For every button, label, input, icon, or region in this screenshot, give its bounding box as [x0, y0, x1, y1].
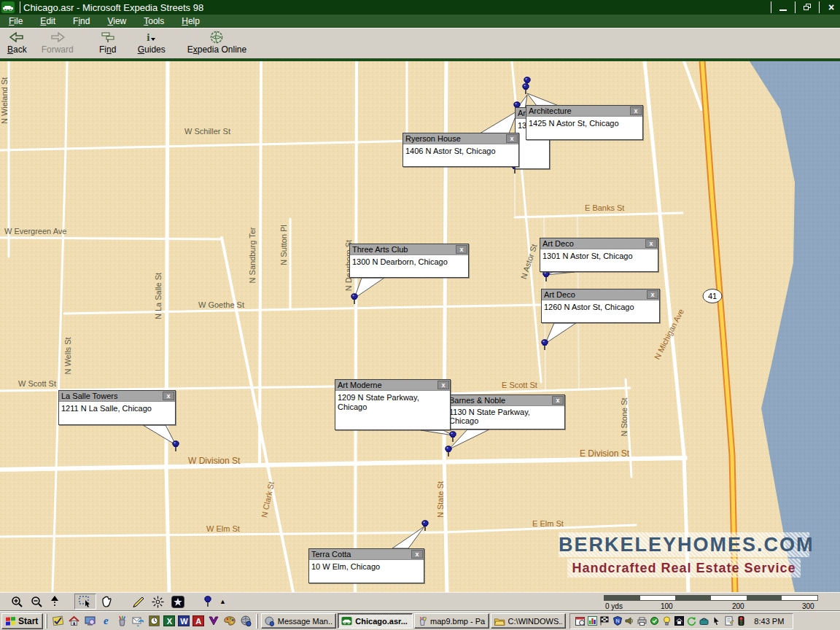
- callout-title: Ryerson House: [405, 134, 506, 143]
- callout-close-icon[interactable]: x: [456, 245, 467, 254]
- taskbar-button-paint[interactable]: map9.bmp - Pa...: [414, 613, 489, 629]
- altitude-icon[interactable]: [47, 594, 63, 610]
- acrobat-icon[interactable]: A: [192, 615, 204, 626]
- mail-icon[interactable]: [131, 615, 144, 628]
- restore-button[interactable]: [798, 1, 816, 13]
- lightbulb-icon[interactable]: [661, 615, 672, 626]
- callout-title: Art Deco: [544, 290, 647, 299]
- menu-edit[interactable]: Edit: [31, 15, 64, 27]
- forward-button[interactable]: Forward: [34, 28, 81, 55]
- taskbar-clock[interactable]: 8:43 PM: [748, 617, 788, 626]
- callout-close-icon[interactable]: x: [630, 106, 642, 115]
- guides-button[interactable]: i Guides: [131, 28, 173, 55]
- back-arrow-icon: [9, 31, 24, 44]
- svg-text:41: 41: [708, 292, 717, 300]
- menu-find[interactable]: Find: [64, 15, 98, 27]
- street-label: N Wieland St: [0, 77, 9, 124]
- traffic-light-icon[interactable]: [736, 615, 747, 626]
- callout-close-icon[interactable]: x: [647, 290, 658, 299]
- taskbar-button-explorer-window[interactable]: C:\WINDOWS...: [491, 613, 566, 629]
- find-button[interactable]: Find: [91, 28, 125, 55]
- paint-icon: [418, 616, 427, 626]
- callout-title: La Salle Towers: [61, 392, 163, 400]
- zoom-out-icon[interactable]: [27, 594, 47, 610]
- map-callout[interactable]: Art Decox 1260 N Astor St, Chicago: [541, 289, 660, 323]
- scale-label: 300: [802, 602, 814, 610]
- select-tool-icon[interactable]: [74, 594, 96, 610]
- map-callout[interactable]: Ryerson Housex 1406 N Astor St, Chicago: [402, 133, 519, 167]
- street-label: E Elm St: [532, 519, 564, 528]
- map-callout[interactable]: Architecturex 1425 N Astor St, Chicago: [526, 105, 643, 140]
- map-view[interactable]: 41 N Wieland St W Schiller St W Evergree…: [0, 61, 840, 592]
- home-icon[interactable]: [67, 615, 80, 628]
- app-car-icon: [1, 1, 15, 13]
- excel-icon[interactable]: X: [163, 615, 175, 626]
- printer-icon[interactable]: [637, 615, 648, 626]
- pushpin-dropdown-icon[interactable]: ▲: [216, 594, 230, 610]
- back-button[interactable]: Back: [0, 28, 34, 55]
- pushpin-tool-icon[interactable]: [200, 594, 216, 610]
- highlight-icon[interactable]: [148, 594, 168, 610]
- watermark-subtitle: Handcrafted Real Estate Service: [567, 559, 801, 578]
- close-button[interactable]: ×: [822, 1, 840, 13]
- zoom-in-icon[interactable]: [7, 594, 27, 610]
- callout-close-icon[interactable]: x: [552, 396, 564, 405]
- menu-view[interactable]: View: [98, 15, 135, 27]
- channels-icon[interactable]: [83, 615, 96, 628]
- word-icon[interactable]: W: [178, 615, 190, 626]
- scheduler-icon[interactable]: [147, 615, 160, 628]
- callout-close-icon[interactable]: x: [163, 392, 174, 400]
- globe-mouse-icon[interactable]: [239, 615, 252, 628]
- shield-icon[interactable]: N: [612, 615, 623, 626]
- volume-icon[interactable]: [624, 615, 635, 626]
- street-label: N Sutton Pl: [279, 225, 288, 265]
- map-callout[interactable]: Art Decox 1301 N Astor St, Chicago: [540, 238, 658, 272]
- scale-label: 0 yds: [605, 602, 623, 610]
- map-scale-bar: 0 yds 100 200 300: [604, 594, 820, 610]
- street-label: W Elm St: [206, 524, 240, 533]
- map-callout[interactable]: Art Modernex 1209 N State Parkway,Chicag…: [335, 379, 451, 430]
- map-callout[interactable]: La Salle Towersx 1211 N La Salle, Chicag…: [58, 390, 176, 425]
- calendar-icon[interactable]: [575, 615, 586, 626]
- globe-icon: [210, 31, 223, 44]
- chart-icon[interactable]: [587, 615, 598, 626]
- pointer-icon[interactable]: [711, 615, 722, 626]
- titlebar-separator: [795, 1, 796, 13]
- draw-pencil-icon[interactable]: [128, 594, 148, 610]
- taskbar-button-chicago-asr[interactable]: Chicago.asr...: [338, 613, 413, 629]
- callout-close-icon[interactable]: x: [506, 134, 518, 143]
- flag-icon[interactable]: [599, 615, 610, 626]
- map-callout[interactable]: Barnes & Noblex 1130 N State Parkway,Chi…: [446, 394, 565, 429]
- star-marker-icon[interactable]: [168, 594, 188, 610]
- menu-help[interactable]: Help: [173, 15, 209, 27]
- expedia-online-button[interactable]: Expedia Online: [180, 28, 254, 55]
- desk-set-icon[interactable]: [115, 615, 128, 628]
- windows-taskbar: Start e X W A Message Man... Chicago.asr…: [0, 611, 840, 630]
- forward-arrow-icon: [50, 31, 65, 44]
- title-bar: Chicago.asr - Microsoft Expedia Streets …: [0, 0, 840, 15]
- v-app-icon[interactable]: [207, 615, 220, 628]
- palette-icon[interactable]: [223, 615, 236, 628]
- homepage-icon[interactable]: [674, 615, 685, 626]
- callout-close-icon[interactable]: x: [438, 381, 449, 389]
- menu-file[interactable]: File: [0, 15, 31, 27]
- start-button[interactable]: Start: [1, 613, 43, 629]
- journal-icon[interactable]: [51, 615, 64, 628]
- street-label: E Scott St: [502, 381, 537, 389]
- taskbar-button-message-manager[interactable]: Message Man...: [261, 613, 336, 629]
- map-callout[interactable]: Three Arts Clubx 1300 N Dearborn, Chicag…: [349, 244, 469, 278]
- pan-hand-icon[interactable]: [96, 594, 117, 610]
- map-callout[interactable]: Terra Cottax 10 W Elm, Chicago: [308, 548, 424, 583]
- callout-close-icon[interactable]: x: [411, 550, 423, 559]
- callout-title: Art Deco: [542, 239, 645, 248]
- menu-tools[interactable]: Tools: [135, 15, 173, 27]
- updater-icon[interactable]: [649, 615, 660, 626]
- refresh-icon[interactable]: [686, 615, 697, 626]
- street-label: W Goethe St: [198, 300, 244, 309]
- notes-icon[interactable]: [723, 615, 734, 626]
- minimize-button[interactable]: [774, 1, 792, 13]
- app-car-icon: [341, 616, 352, 626]
- ie-icon[interactable]: e: [99, 615, 112, 628]
- callout-close-icon[interactable]: x: [645, 239, 657, 248]
- fax-icon[interactable]: [699, 615, 709, 626]
